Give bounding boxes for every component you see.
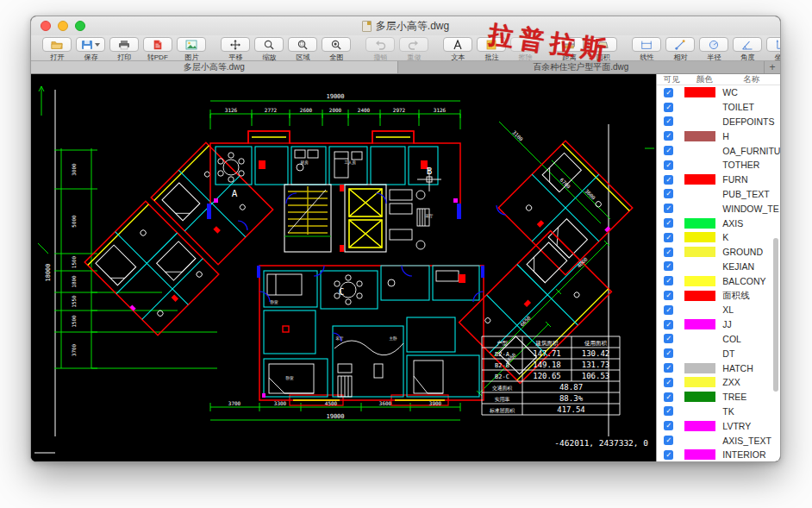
layer-visible-checkbox[interactable]: ✓: [664, 261, 673, 271]
layer-name[interactable]: WINDOW_TE…: [722, 204, 780, 214]
core-stairs-elevators: [284, 185, 386, 252]
layer-visible-checkbox[interactable]: ✓: [664, 146, 673, 155]
layer-name[interactable]: LVTRY: [722, 421, 751, 431]
layer-visible-checkbox[interactable]: ✓: [664, 450, 673, 460]
layer-visible-checkbox[interactable]: ✓: [664, 436, 673, 445]
layer-name[interactable]: TREE: [722, 392, 746, 402]
layer-name[interactable]: FURN: [722, 174, 747, 185]
zoom-button[interactable]: 缩放: [253, 37, 284, 63]
layer-visible-checkbox[interactable]: ✓: [664, 233, 673, 242]
unit-label: A: [232, 188, 238, 199]
note-button[interactable]: 批注: [476, 37, 507, 63]
tab-document-1[interactable]: 多层小高等.dwg: [31, 61, 398, 73]
layer-visible-checkbox[interactable]: ✓: [664, 291, 673, 300]
erase-button[interactable]: 擦除: [509, 37, 540, 63]
layer-name[interactable]: JJ: [722, 319, 732, 329]
relative-button[interactable]: 相对: [665, 37, 696, 63]
area-table-cell: 使用面积: [584, 340, 608, 347]
layer-name[interactable]: HATCH: [722, 363, 753, 373]
pdf-button[interactable]: 转PDF: [142, 37, 173, 63]
title-bar[interactable]: 多层小高等.dwg: [31, 16, 780, 35]
toolbar-group: 文本批注擦除: [442, 37, 540, 63]
layer-name[interactable]: XL: [722, 304, 734, 315]
layer-name[interactable]: TK: [722, 406, 734, 417]
drawing-viewport[interactable]: 1900031262772260020002400297231263700330…: [31, 74, 656, 462]
layer-color-swatch: [684, 436, 715, 446]
layer-name[interactable]: WC: [722, 87, 738, 97]
layer-color-swatch: [684, 449, 715, 460]
layer-name[interactable]: BALCONY: [722, 276, 765, 286]
layer-name[interactable]: COL: [722, 334, 741, 344]
redo-button[interactable]: 重做: [398, 37, 429, 63]
dimension-label: 1500: [71, 255, 77, 268]
layer-name[interactable]: OA_FURNITU…: [722, 146, 780, 156]
toolbar-button-label: 转PDF: [147, 53, 168, 62]
zoom-area-button[interactable]: 区域: [287, 37, 318, 63]
layer-visible-checkbox[interactable]: ✓: [664, 204, 673, 213]
layer-visible-checkbox[interactable]: ✓: [664, 334, 673, 343]
layer-name[interactable]: DEFPOINTS: [722, 116, 774, 127]
dimension-label: 5000: [71, 215, 77, 228]
layer-visible-checkbox[interactable]: ✓: [664, 248, 673, 257]
layer-name[interactable]: TOTHER: [722, 160, 759, 170]
layer-visible-checkbox[interactable]: ✓: [664, 392, 673, 402]
area-table-cell: 实用率: [495, 397, 510, 403]
layer-visible-checkbox[interactable]: ✓: [664, 189, 673, 198]
zoom-fit-button[interactable]: 全图: [321, 37, 352, 63]
layer-visible-checkbox[interactable]: ✓: [664, 103, 673, 112]
radius-button[interactable]: 半径: [698, 37, 729, 63]
text-button[interactable]: 文本: [442, 37, 473, 63]
layer-visible-checkbox[interactable]: ✓: [664, 160, 673, 170]
new-tab-button[interactable]: +: [765, 61, 780, 73]
layer-name[interactable]: INTERIOR: [722, 449, 765, 460]
layer-visible-checkbox[interactable]: ✓: [664, 320, 673, 329]
tab-label: 多层小高等.dwg: [184, 61, 245, 73]
center-bottom-unit: [259, 266, 484, 405]
layer-name[interactable]: TOILET: [722, 102, 754, 112]
layer-row: ✓COL: [657, 332, 780, 347]
layer-name[interactable]: AXIS: [722, 218, 743, 229]
layer-visible-checkbox[interactable]: ✓: [664, 88, 673, 97]
area-table-cell: B2-C: [495, 373, 509, 380]
layer-visible-checkbox[interactable]: ✓: [664, 276, 673, 285]
layer-name[interactable]: K: [722, 232, 728, 242]
panel-scrollbar-thumb[interactable]: [773, 238, 778, 392]
image-icon: [177, 37, 206, 52]
save-button[interactable]: 保存: [75, 37, 106, 63]
layer-name[interactable]: KEJIAN: [722, 261, 754, 272]
layer-visible-checkbox[interactable]: ✓: [664, 175, 673, 185]
layer-visible-checkbox[interactable]: ✓: [664, 218, 673, 228]
undo-button[interactable]: 撤销: [365, 37, 396, 63]
layer-visible-checkbox[interactable]: ✓: [664, 378, 673, 387]
layer-visible-checkbox[interactable]: ✓: [664, 406, 673, 416]
layer-name[interactable]: DT: [722, 348, 734, 359]
layer-name[interactable]: ZXX: [722, 377, 740, 387]
angle-button[interactable]: 角度: [732, 37, 763, 63]
layer-name[interactable]: AXIS_TEXT: [722, 436, 771, 446]
layer-visible-checkbox[interactable]: ✓: [664, 421, 673, 430]
linear-button[interactable]: 线性: [631, 37, 662, 63]
print-button[interactable]: 打印: [109, 37, 140, 63]
pan-button[interactable]: 平移: [220, 37, 251, 63]
area-button[interactable]: 面积: [587, 37, 618, 63]
layer-visible-checkbox[interactable]: ✓: [664, 305, 673, 315]
room-label: 厨房: [301, 160, 309, 165]
layer-visible-checkbox[interactable]: ✓: [664, 363, 673, 373]
print-icon: [109, 37, 139, 52]
room-label: 卧室: [271, 299, 279, 304]
app-window: 多层小高等.dwg 打开保存打印转PDF图片平移缩放区域全图撤销重做文本批注擦除…: [30, 16, 781, 462]
floor-plan-canvas[interactable]: 1900031262772260020002400297231263700330…: [31, 74, 658, 462]
tab-document-2[interactable]: 百余种住宅户型平面.dwg: [398, 61, 765, 73]
layer-name[interactable]: 面积线: [722, 290, 750, 302]
coords-button[interactable]: 坐标: [765, 37, 781, 63]
open-button[interactable]: 打开: [41, 37, 72, 63]
layer-visible-checkbox[interactable]: ✓: [664, 116, 673, 126]
layer-name[interactable]: GROUND: [722, 247, 763, 257]
layer-visible-checkbox[interactable]: ✓: [664, 131, 673, 141]
layer-visible-checkbox[interactable]: ✓: [664, 348, 673, 358]
layer-name[interactable]: PUB_TEXT: [722, 189, 769, 199]
distance-button[interactable]: 距离: [553, 37, 584, 63]
image-button[interactable]: 图片: [176, 37, 207, 63]
dimension-label: 3600: [379, 400, 392, 406]
layer-name[interactable]: H: [722, 131, 729, 141]
